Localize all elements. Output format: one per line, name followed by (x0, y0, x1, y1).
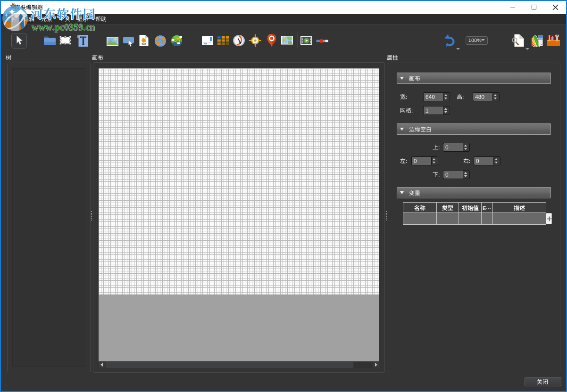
svg-text:SVG: SVG (142, 43, 146, 45)
